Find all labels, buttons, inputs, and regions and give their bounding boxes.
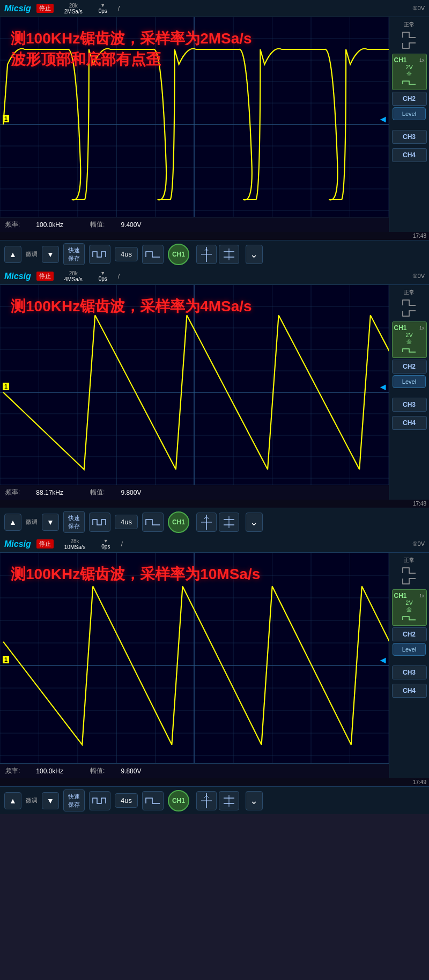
menu-btn[interactable]: ⌄ [246, 245, 263, 264]
ch1-ctrl-label: CH1 [172, 518, 185, 526]
wave-icon-2 [145, 516, 161, 528]
wave-icon-1 [92, 795, 108, 807]
time-div-btn[interactable]: 4us [115, 515, 138, 529]
ch2-button[interactable]: CH2 [392, 360, 427, 374]
ch4-label: CH4 [403, 151, 416, 159]
wave-icons-group[interactable] [402, 30, 417, 50]
menu-btn[interactable]: ⌄ [246, 791, 263, 810]
freq-val: 88.17kHz [36, 489, 63, 496]
square-wave-up-icon [402, 30, 417, 40]
ch2-button[interactable]: CH2 [392, 627, 427, 641]
wave-btn-2[interactable] [142, 513, 164, 532]
annotation: 测100KHz锯齿波，采样率为4MSa/s [11, 296, 252, 317]
time-cursor-btn[interactable] [196, 245, 217, 264]
wave-icon-1 [92, 248, 108, 260]
x1-label: 1x [419, 593, 425, 598]
ch4-button[interactable]: CH4 [392, 416, 427, 430]
ch1-button[interactable]: CH1 1x 2V 全 [392, 321, 427, 358]
mode-label: 正常 [404, 557, 415, 564]
freq-label: 频率: [5, 220, 20, 229]
measurement-bar: 频率: 100.0kHz 幅值: 9.880V [0, 763, 389, 778]
ch3-button[interactable]: CH3 [392, 130, 427, 144]
trigger-level: ①0V [412, 540, 425, 547]
square-wave-up-icon [402, 298, 417, 308]
time-position: ▼ 0ps [99, 3, 107, 14]
time-trigger-icon: ▼ [100, 3, 105, 8]
grid-svg [0, 285, 389, 500]
right-panel: 正常 CH1 1x 2 [389, 285, 429, 500]
channel-marker: 1 [3, 383, 9, 390]
oscilloscope-panel-2: Micsig 停止 28k 4MSa/s ▼ 0ps / ①0V [0, 268, 429, 536]
time-pos-val: 0ps [99, 8, 107, 14]
level-button[interactable]: Level [393, 643, 426, 656]
time-trigger-icon: ▼ [103, 538, 108, 544]
ch4-button[interactable]: CH4 [392, 148, 427, 162]
wave-icons-group[interactable] [402, 566, 417, 586]
ch2-button[interactable]: CH2 [392, 92, 427, 106]
ch3-button[interactable]: CH3 [392, 665, 427, 679]
ch1-full: 全 [394, 338, 425, 346]
volt-cursor-btn[interactable] [219, 791, 239, 810]
fine-tune-label: 微调 [26, 518, 38, 526]
wave-btn-2[interactable] [142, 791, 164, 810]
ch1-volt: 2V [394, 332, 425, 338]
quick-save-btn[interactable]: 快速 保存 [63, 511, 85, 533]
time-div-btn[interactable]: 4us [115, 247, 138, 261]
freq-val: 100.0kHz [36, 221, 63, 229]
menu-btn[interactable]: ⌄ [246, 513, 263, 532]
ch-marker-label: 1 [3, 115, 9, 122]
wave-icon-2 [145, 795, 161, 807]
time-position: ▼ 0ps [99, 270, 107, 282]
sample-rate: 4MSa/s [64, 276, 83, 282]
freq-label: 频率: [5, 766, 20, 776]
up-arrow-btn[interactable]: ▲ [4, 246, 21, 263]
fine-tune-label: 微调 [26, 250, 38, 258]
stop-badge: 停止 [36, 272, 54, 281]
volt-cursor-btn[interactable] [219, 245, 239, 264]
ch1-ctrl-label: CH1 [172, 251, 185, 258]
ch1-ctrl-btn[interactable]: CH1 [168, 790, 189, 811]
level-label: Level [402, 111, 416, 117]
wave-btn-1[interactable] [89, 245, 110, 264]
level-button[interactable]: Level [393, 375, 426, 388]
control-bar: ▲ 微调 ▼ 快速 保存 4us [0, 240, 429, 268]
up-arrow-btn[interactable]: ▲ [4, 792, 21, 809]
ch1-button[interactable]: CH1 1x 2V 全 [392, 589, 427, 626]
wave-btn-2[interactable] [142, 245, 164, 264]
sample-points: 28k [69, 3, 78, 9]
quick-save-btn[interactable]: 快速 保存 [63, 243, 85, 265]
measurement-bar: 频率: 100.0kHz 幅值: 9.400V [0, 217, 389, 232]
ch1-full: 全 [394, 606, 425, 613]
down-arrow-btn[interactable]: ▼ [42, 792, 59, 809]
amp-val: 9.880V [121, 767, 141, 775]
scope-area-1: 测100KHz锯齿波，采样率为2MSa/s 波形顶部和底部有点歪 1 ◄ 频率:… [0, 17, 429, 232]
ch3-label: CH3 [403, 401, 416, 408]
down-arrow-btn[interactable]: ▼ [42, 246, 59, 263]
time-cursor-btn[interactable] [196, 791, 217, 810]
volt-cursor-btn[interactable] [219, 513, 239, 532]
ch1-ctrl-btn[interactable]: CH1 [168, 511, 189, 533]
sample-points: 28k [70, 538, 79, 544]
time-div-val: 4us [121, 518, 132, 526]
time-cursor-btn[interactable] [196, 513, 217, 532]
ch2-label: CH2 [403, 363, 416, 370]
square-wave-up-icon [402, 566, 417, 575]
sample-info: 28k 10MSa/s [64, 538, 85, 550]
wave-btn-1[interactable] [89, 513, 110, 532]
wave-icons-group[interactable] [402, 298, 417, 318]
ch1-button[interactable]: CH1 1x 2V 全 [392, 54, 427, 90]
quick-save-btn[interactable]: 快速 保存 [63, 789, 85, 811]
time-div-btn[interactable]: 4us [115, 793, 138, 808]
cursor-btns [196, 791, 239, 810]
ch1-ctrl-btn[interactable]: CH1 [168, 244, 189, 265]
down-arrow-btn[interactable]: ▼ [42, 514, 59, 531]
ch4-button[interactable]: CH4 [392, 684, 427, 698]
wave-btn-1[interactable] [89, 791, 110, 810]
up-arrow-btn[interactable]: ▲ [4, 514, 21, 531]
timestamp: 17:48 [0, 500, 429, 508]
level-button[interactable]: Level [393, 107, 426, 120]
time-div-val: 4us [121, 250, 132, 258]
square-wave-down-icon [402, 309, 417, 318]
ch-marker-label: 1 [3, 656, 9, 663]
ch3-button[interactable]: CH3 [392, 398, 427, 412]
